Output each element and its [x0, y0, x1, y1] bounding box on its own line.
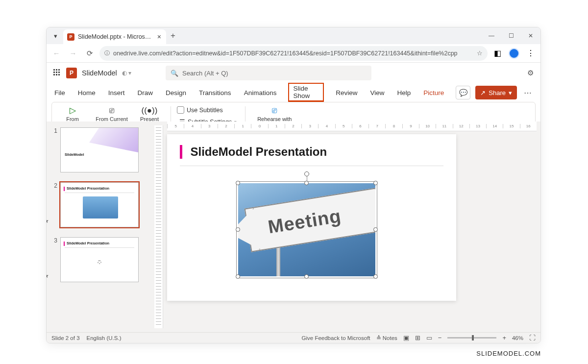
resize-handle[interactable] [373, 227, 378, 232]
workspace: 1 SlideModel 2 ★ SlideModel Presentation… [47, 121, 540, 332]
resize-handle[interactable] [304, 181, 309, 185]
document-name[interactable]: SlideModel [82, 69, 117, 77]
thumbnail-3[interactable]: 3 ★ SlideModel Presentation [51, 237, 149, 282]
chevron-down-icon: ▾ [509, 89, 512, 97]
close-tab-icon[interactable]: × [157, 33, 161, 41]
tab-help[interactable]: Help [396, 87, 412, 98]
tab-slideshow[interactable]: Slide Show [288, 83, 324, 102]
back-icon[interactable]: ← [49, 47, 63, 60]
browser-tab-bar: ▾ P SlideModel.pptx - Microsoft Po × + —… [47, 27, 540, 44]
tab-insert[interactable]: Insert [107, 87, 126, 98]
horizontal-ruler: 54321012345678910111213141516 [167, 121, 537, 131]
checkbox-icon [177, 106, 184, 114]
selected-image[interactable]: Meeting [238, 183, 375, 276]
browser-tab[interactable]: P SlideModel.pptx - Microsoft Po × [63, 29, 166, 44]
tab-draw[interactable]: Draw [137, 87, 154, 98]
selection-outline [236, 181, 377, 278]
ribbon-tabs: File Home Insert Draw Design Transitions… [47, 83, 540, 102]
profile-avatar[interactable] [507, 47, 521, 60]
share-icon: ↗ [480, 89, 486, 97]
site-info-icon[interactable]: ⓘ [104, 49, 110, 57]
slide-thumb[interactable]: SlideModel [60, 127, 139, 172]
slide-number: 2 [51, 182, 57, 227]
status-bar: Slide 2 of 3 English (U.S.) Give Feedbac… [47, 332, 540, 343]
resize-handle[interactable] [236, 181, 240, 185]
reload-icon[interactable]: ⟳ [83, 47, 97, 60]
use-subtitles-checkbox[interactable]: Use Subtitles [177, 106, 239, 114]
slideshow-view-icon[interactable]: ▭ [426, 334, 432, 341]
broadcast-icon: ((●)) [142, 105, 158, 116]
divider [180, 166, 443, 166]
browser-address-bar: ← → ⟳ ⓘ onedrive.live.com/edit?action=ed… [47, 44, 540, 63]
tab-title: SlideModel.pptx - Microsoft Po [78, 33, 154, 40]
browser-menu-icon[interactable]: ⋮ [524, 47, 538, 60]
slide-thumb[interactable]: SlideModel Presentation [60, 182, 139, 227]
zoom-out-icon[interactable]: − [438, 334, 442, 341]
tab-transitions[interactable]: Transitions [198, 87, 232, 98]
tab-design[interactable]: Design [165, 87, 187, 98]
slide-thumb[interactable]: SlideModel Presentation [60, 237, 139, 282]
browser-window: ▾ P SlideModel.pptx - Microsoft Po × + —… [46, 27, 541, 343]
rotate-handle-icon[interactable] [304, 171, 309, 176]
slide-counter[interactable]: Slide 2 of 3 [51, 335, 80, 341]
play-current-icon: ⎚ [109, 105, 114, 116]
accent-bar [180, 145, 182, 159]
resize-handle[interactable] [304, 274, 309, 279]
vertical-ruler [154, 125, 163, 328]
url-text: onedrive.live.com/edit?action=editnew&id… [113, 50, 473, 57]
search-placeholder: Search (Alt + Q) [182, 70, 228, 77]
search-icon: 🔍 [171, 70, 178, 77]
tab-animations[interactable]: Animations [243, 87, 278, 98]
slide-title[interactable]: SlideModel Presentation [190, 145, 327, 159]
slide-number: 3 [51, 237, 57, 282]
resize-handle[interactable] [373, 181, 378, 185]
close-icon[interactable]: ✕ [521, 27, 540, 44]
resize-handle[interactable] [373, 274, 378, 279]
new-tab-button[interactable]: + [166, 31, 180, 41]
search-input[interactable]: 🔍 Search (Alt + Q) [166, 66, 371, 80]
canvas-area: 54321012345678910111213141516 SlideModel… [163, 121, 540, 332]
fit-to-window-icon[interactable]: ⛶ [529, 334, 536, 341]
resize-handle[interactable] [236, 274, 240, 279]
side-panel-icon[interactable]: ◧ [490, 47, 504, 60]
tab-review[interactable]: Review [335, 87, 358, 98]
url-field[interactable]: ⓘ onedrive.live.com/edit?action=editnew&… [99, 46, 488, 61]
animation-star-icon: ★ [47, 218, 49, 224]
comments-icon[interactable]: 💬 [456, 86, 470, 99]
slide-canvas[interactable]: SlideModel Presentation Meeting [167, 134, 456, 301]
notes-toggle[interactable]: ≙ Notes [376, 335, 397, 341]
saved-indicator-icon[interactable]: ◐ ▾ [122, 70, 131, 76]
tabs-menu-chevron-icon[interactable]: ▾ [50, 32, 60, 40]
share-button[interactable]: ↗Share▾ [475, 86, 517, 99]
slide-number: 1 [51, 127, 57, 172]
bookmark-icon[interactable]: ☆ [477, 49, 483, 57]
powerpoint-icon: P [67, 33, 74, 41]
watermark: SLIDEMODEL.COM [476, 350, 541, 357]
zoom-in-icon[interactable]: + [502, 334, 506, 341]
zoom-slider[interactable] [447, 337, 496, 339]
thumbnail-2[interactable]: 2 ★ SlideModel Presentation [51, 182, 149, 227]
tab-picture[interactable]: Picture [422, 87, 445, 98]
normal-view-icon[interactable]: ▣ [403, 334, 409, 341]
resize-handle[interactable] [236, 227, 240, 232]
sorter-view-icon[interactable]: ⊞ [415, 334, 420, 341]
zoom-level[interactable]: 46% [512, 335, 523, 341]
powerpoint-app-icon: P [66, 68, 77, 78]
minimize-icon[interactable]: — [482, 27, 501, 44]
feedback-link[interactable]: Give Feedback to Microsoft [302, 335, 370, 341]
tab-view[interactable]: View [369, 87, 385, 98]
settings-gear-icon[interactable]: ⚙ [527, 69, 534, 77]
more-options-icon[interactable]: ⋯ [522, 88, 534, 97]
tab-file[interactable]: File [53, 87, 66, 98]
app-header: P SlideModel ◐ ▾ 🔍 Search (Alt + Q) ⚙ [47, 63, 540, 83]
forward-icon[interactable]: → [66, 47, 80, 60]
slide-thumbnail-panel[interactable]: 1 SlideModel 2 ★ SlideModel Presentation… [47, 121, 154, 332]
language-indicator[interactable]: English (U.S.) [87, 335, 122, 341]
tab-home[interactable]: Home [77, 87, 97, 98]
app-launcher-icon[interactable] [53, 69, 61, 77]
animation-star-icon: ★ [47, 272, 49, 279]
play-from-start-icon: ▷ [70, 105, 76, 116]
maximize-icon[interactable]: ☐ [501, 27, 521, 44]
thumbnail-1[interactable]: 1 SlideModel [51, 127, 149, 172]
coach-icon: ⎚ [272, 105, 277, 116]
